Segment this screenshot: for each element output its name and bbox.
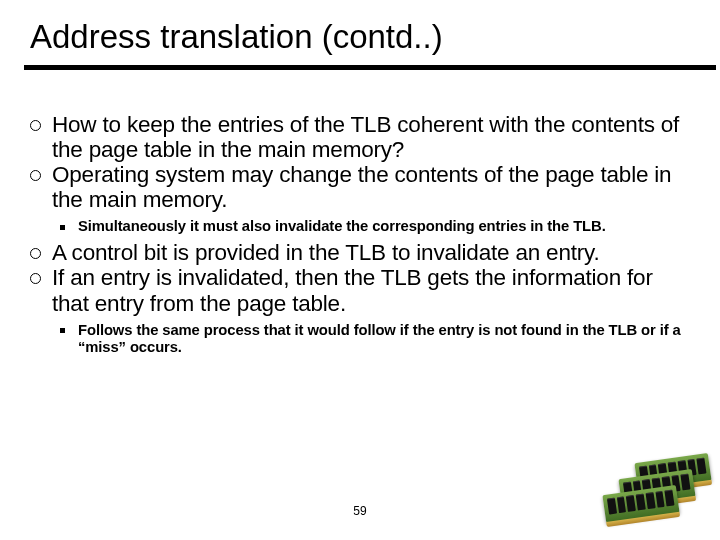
bullet-invalidated-entry: If an entry is invalidated, then the TLB…	[30, 265, 681, 315]
slide: Address translation (contd..) How to kee…	[0, 0, 720, 540]
subbullet-invalidate: Simultaneously it must also invalidate t…	[60, 218, 681, 236]
ram-module-icon	[602, 485, 679, 523]
bullet-control-bit: A control bit is provided in the TLB to …	[30, 240, 681, 265]
ram-chips-icon	[607, 490, 675, 515]
bullet-os-changes: Operating system may change the contents…	[30, 162, 681, 212]
ram-modules-icon	[602, 450, 712, 530]
slide-body: How to keep the entries of the TLB coher…	[24, 112, 696, 358]
subbullet-miss-process: Follows the same process that it would f…	[60, 322, 681, 358]
title-underline	[24, 65, 716, 70]
slide-title: Address translation (contd..)	[30, 20, 696, 55]
bullet-tlb-coherent: How to keep the entries of the TLB coher…	[30, 112, 681, 162]
